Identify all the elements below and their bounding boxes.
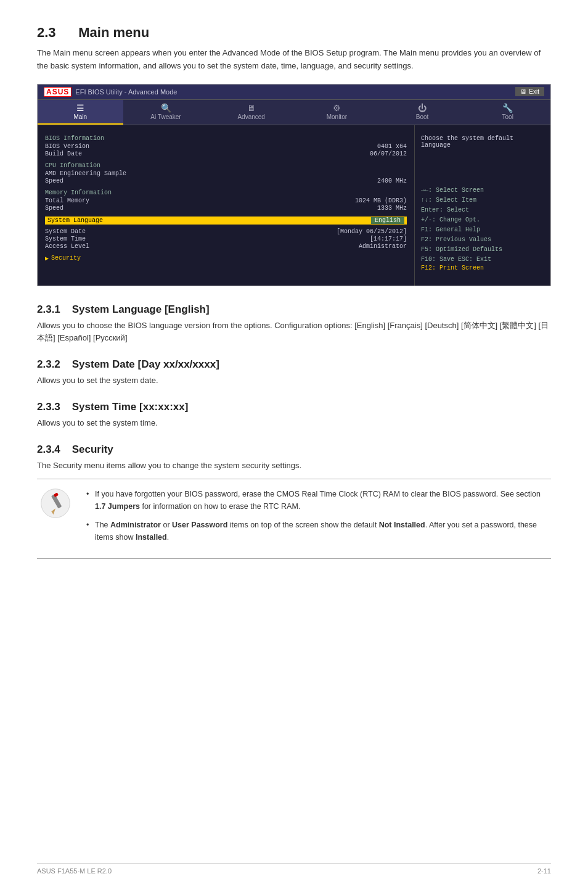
hint-3: Enter: Select [421,205,544,215]
access-level-value: Administrator [359,243,407,250]
mem-speed-row: Speed 1333 MHz [45,205,407,212]
note-item-1-text1: If you have forgotten your BIOS password… [95,490,541,498]
section-2-3-3-desc: Allows you to set the system time. [37,417,551,430]
cpu-speed-value: 2400 MHz [377,178,407,184]
footer-right: 2-11 [537,867,551,875]
hint-6: F2: Previous Values [421,235,544,245]
bios-title-text: EFI BIOS Utility - Advanced Mode [75,88,177,96]
section-number: 2.3 [37,25,56,40]
bios-screenshot: ASUS EFI BIOS Utility - Advanced Mode 🖥 … [37,84,551,286]
bios-content: BIOS Information BIOS Version 0401 x64 B… [38,125,550,286]
section-2-3-4-title: 2.3.4 Security [37,444,551,456]
note-item-2-bold2: User Password [172,521,227,529]
note-content: If you have forgotten your BIOS password… [86,488,551,550]
section-2-3: 2.3 Main menu The Main menu screen appea… [37,25,551,559]
section-2-3-2: 2.3.2 System Date [Day xx/xx/xxxx] Allow… [37,358,551,387]
note-item-2-bold3: Not Installed [379,521,425,529]
bios-nav-main[interactable]: ☰ Main [38,100,123,125]
exit-label: Exit [529,88,539,95]
cpu-model-row: AMD Engineering Sample [45,170,407,177]
section-2-3-3: 2.3.3 System Time [xx:xx:xx] Allows you … [37,401,551,430]
tool-label: Tool [502,113,513,120]
bios-logo: ASUS [44,87,71,97]
advanced-icon: 🖥 [247,104,256,112]
note-item-2-text2: or [161,521,172,529]
sys-date-value: [Monday 06/25/2012] [337,228,407,235]
total-memory-value: 1024 MB (DDR3) [355,197,407,204]
bios-nav-boot[interactable]: ⏻ Boot [380,100,465,125]
sys-date-row: System Date [Monday 06/25/2012] [45,228,407,235]
boot-icon: ⏻ [418,104,427,112]
sys-language-row[interactable]: System Language English [45,217,407,225]
section-2-3-2-title: 2.3.2 System Date [Day xx/xx/xxxx] [37,358,551,371]
bios-nav-tool[interactable]: 🔧 Tool [465,100,550,125]
pencil-icon [40,488,71,519]
hint-9: F12: Print Screen [421,265,544,271]
cpu-speed-row: Speed 2400 MHz [45,178,407,184]
note-item-2-bold1: Administrator [110,521,161,529]
hint-8: F10: Save ESC: Exit [421,255,544,265]
section-2-3-title: 2.3 Main menu [37,25,551,41]
bios-titlebar-left: ASUS EFI BIOS Utility - Advanced Mode [44,87,177,97]
section-2-3-1-title: 2.3.1 System Language [English] [37,303,551,316]
hint-7: F5: Optimized Defaults [421,245,544,255]
bios-right-panel: Choose the system default language →←: S… [415,125,550,286]
build-date-value: 06/07/2012 [370,151,407,157]
ai-tweaker-label: Ai Tweaker [150,113,181,120]
boot-label: Boot [416,113,429,120]
note-item-1: If you have forgotten your BIOS password… [86,488,551,513]
note-icon-container [37,488,74,519]
security-arrow-icon: ▶ [45,255,49,262]
note-item-1-bold: 1.7 Jumpers [95,502,140,511]
sys-date-label: System Date [45,228,86,235]
hint-1: →←: Select Screen [421,186,544,196]
build-date-row: Build Date 06/07/2012 [45,151,407,157]
main-icon: ☰ [76,104,84,112]
sys-time-label: System Time [45,236,86,242]
monitor-nav-icon: ⚙ [333,104,341,112]
cpu-model-label: AMD Engineering Sample [45,170,126,177]
monitor-icon: 🖥 [520,88,526,95]
memory-info-label: Memory Information [45,189,407,196]
mem-speed-label: Speed [45,205,63,212]
section-2-3-1-desc: Allows you to choose the BIOS language v… [37,320,551,345]
total-memory-row: Total Memory 1024 MB (DDR3) [45,197,407,204]
sys-language-value: English [371,217,404,224]
section-2-3-1: 2.3.1 System Language [English] Allows y… [37,303,551,345]
tool-icon: 🔧 [502,104,513,112]
sys-language-label: System Language [47,217,103,224]
bios-info-label: BIOS Information [45,135,407,142]
cpu-info-label: CPU Information [45,162,407,169]
access-level-row: Access Level Administrator [45,243,407,250]
bios-version-value: 0401 x64 [377,143,407,150]
right-hint: Choose the system default language [421,135,544,149]
total-memory-label: Total Memory [45,197,89,204]
bios-left-panel: BIOS Information BIOS Version 0401 x64 B… [38,125,415,286]
section-2-3-4: 2.3.4 Security The Security menu items a… [37,444,551,559]
section-2-3-3-title: 2.3.3 System Time [xx:xx:xx] [37,401,551,413]
hint-4: +/-: Change Opt. [421,215,544,225]
section-2-3-2-desc: Allows you to set the system date. [37,374,551,387]
security-item[interactable]: ▶ Security [45,255,407,262]
page-footer: ASUS F1A55-M LE R2.0 2-11 [37,863,551,875]
bios-nav-monitor[interactable]: ⚙ Monitor [294,100,380,125]
access-level-label: Access Level [45,243,89,250]
bios-version-label: BIOS Version [45,143,89,150]
mem-speed-value: 1333 MHz [377,205,407,212]
sys-time-row: System Time [14:17:17] [45,236,407,242]
bios-nav-ai-tweaker[interactable]: 🔍 Ai Tweaker [123,100,209,125]
note-item-2-text1: The [95,521,110,529]
section-2-3-desc: The Main menu screen appears when you en… [37,47,551,73]
note-item-1-text2: for information on how to erase the RTC … [140,502,300,511]
ai-tweaker-icon: 🔍 [161,104,171,112]
advanced-label: Advanced [237,113,264,120]
bios-exit-button[interactable]: 🖥 Exit [515,87,544,96]
main-label: Main [73,113,87,120]
bios-nav: ☰ Main 🔍 Ai Tweaker 🖥 Advanced ⚙ Monitor… [38,100,550,125]
cpu-speed-label: Speed [45,178,63,184]
monitor-label: Monitor [327,113,347,120]
bios-nav-advanced[interactable]: 🖥 Advanced [208,100,294,125]
hint-2: ↑↓: Select Item [421,196,544,205]
bios-titlebar: ASUS EFI BIOS Utility - Advanced Mode 🖥 … [38,85,550,100]
security-label: Security [51,255,81,262]
